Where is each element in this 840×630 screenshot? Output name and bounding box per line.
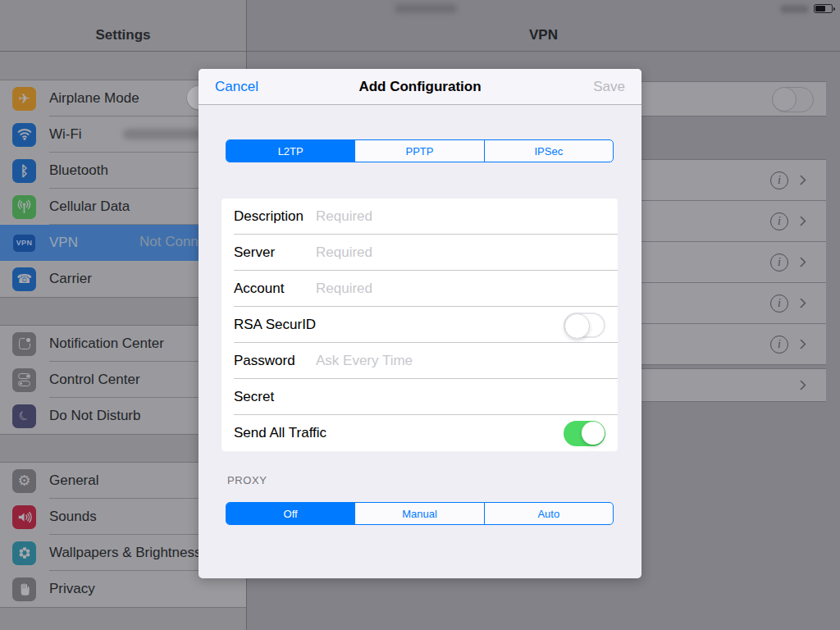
modal-title: Add Configuration: [199, 79, 641, 95]
segment-proxy-auto[interactable]: Auto: [484, 503, 613, 524]
sidebar-item-label: Sounds: [49, 509, 97, 525]
rsa-securid-row: RSA SecurID: [221, 307, 618, 343]
cancel-button[interactable]: Cancel: [215, 79, 258, 95]
privacy-hand-icon: [12, 578, 36, 601]
sounds-icon: [12, 505, 36, 529]
server-row: Server: [221, 235, 618, 271]
chevron-right-icon: [796, 380, 806, 390]
field-label: RSA SecurID: [234, 317, 316, 333]
battery-icon: [814, 4, 833, 13]
chevron-right-icon: [796, 298, 806, 308]
do-not-disturb-icon: ☾: [12, 404, 36, 428]
carrier-icon: ☎: [12, 267, 36, 291]
cellular-icon: [12, 195, 36, 219]
chevron-right-icon: [796, 257, 806, 267]
bluetooth-icon: ᛒ: [12, 159, 36, 183]
sidebar-item-label: Carrier: [49, 271, 92, 287]
sidebar-item-label: General: [49, 472, 98, 489]
server-input[interactable]: [316, 244, 618, 261]
field-label: Secret: [234, 389, 316, 405]
vpn-badge-icon: VPN: [13, 235, 35, 252]
segment-proxy-off[interactable]: Off: [226, 503, 354, 524]
sidebar-item-label: Cellular Data: [49, 199, 130, 215]
send-all-traffic-row: Send All Traffic: [221, 415, 618, 451]
segment-pptp[interactable]: PPTP: [354, 140, 483, 162]
vpn-status-toggle[interactable]: [772, 87, 814, 112]
navbar-divider: [0, 51, 840, 52]
account-input[interactable]: [316, 281, 618, 297]
rsa-securid-toggle[interactable]: [564, 313, 605, 338]
info-icon[interactable]: i: [770, 253, 788, 272]
control-center-icon: [12, 368, 36, 392]
battery-percent-redacted: [780, 5, 809, 13]
account-row: Account: [221, 271, 618, 307]
vpn-type-segmented-control: L2TP PPTP IPSec: [226, 139, 614, 162]
sidebar-title: Settings: [0, 27, 246, 43]
sidebar-item-label: VPN: [49, 235, 78, 251]
chevron-right-icon: [796, 339, 806, 349]
sidebar-item-label: Airplane Mode: [49, 90, 139, 107]
chevron-right-icon: [796, 216, 806, 226]
save-button-disabled[interactable]: Save: [593, 79, 625, 95]
info-icon[interactable]: i: [770, 336, 788, 354]
info-icon[interactable]: i: [770, 212, 788, 231]
wallpapers-icon: [12, 541, 36, 565]
description-input[interactable]: [316, 208, 618, 225]
segment-l2tp[interactable]: L2TP: [226, 140, 354, 162]
proxy-segmented-control: Off Manual Auto: [226, 502, 614, 525]
add-configuration-modal: Add Configuration Cancel Save L2TP PPTP …: [199, 69, 641, 578]
sidebar-item-label: Do Not Disturb: [49, 408, 140, 424]
wifi-icon: [12, 123, 36, 147]
password-row: Password: [221, 343, 618, 379]
field-label: Password: [234, 353, 316, 369]
notification-center-icon: [12, 332, 36, 356]
configuration-form-card: Description Server Account RSA SecurID P…: [221, 199, 618, 451]
segment-ipsec[interactable]: IPSec: [484, 140, 613, 162]
field-label: Description: [234, 208, 316, 225]
page-title-vpn: VPN: [247, 27, 840, 43]
sidebar-item-label: Privacy: [49, 581, 95, 597]
field-label: Server: [234, 244, 316, 261]
chevron-right-icon: [796, 175, 806, 185]
secret-row: Secret: [221, 379, 618, 415]
airplane-icon: ✈: [12, 87, 36, 111]
field-label: Send All Traffic: [234, 425, 326, 441]
description-row: Description: [221, 199, 618, 235]
password-input[interactable]: [316, 353, 618, 369]
field-label: Account: [234, 281, 316, 297]
proxy-section-label: PROXY: [227, 474, 267, 486]
wifi-network-name-redacted: [123, 129, 201, 139]
sidebar-item-label: Wi-Fi: [49, 126, 82, 143]
segment-proxy-manual[interactable]: Manual: [354, 503, 483, 524]
sidebar-item-label: Wallpapers & Brightness: [49, 545, 202, 561]
general-gear-icon: ⚙: [12, 469, 36, 493]
info-icon[interactable]: i: [770, 294, 788, 313]
sidebar-item-label: Control Center: [49, 372, 140, 388]
secret-input[interactable]: [316, 389, 618, 405]
sidebar-item-label: Notification Center: [49, 336, 164, 352]
info-icon[interactable]: i: [770, 171, 788, 189]
status-time-redacted: [395, 4, 457, 13]
sidebar-item-label: Bluetooth: [49, 162, 108, 179]
send-all-traffic-toggle[interactable]: [564, 421, 605, 446]
modal-header: Add Configuration Cancel Save: [199, 69, 641, 105]
